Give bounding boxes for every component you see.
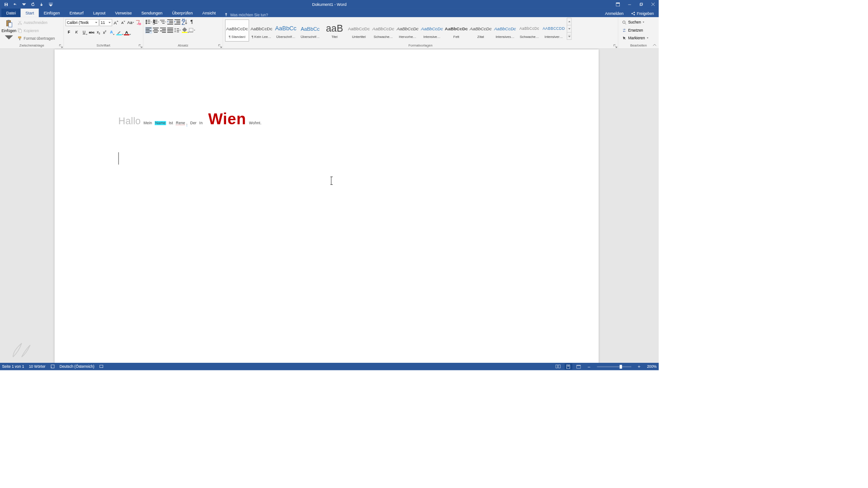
style-0[interactable]: AaBbCcDc¶ Standard xyxy=(225,19,249,42)
change-case-button[interactable]: Aa xyxy=(127,19,134,26)
style-5[interactable]: AaBbCcDcUntertitel xyxy=(347,19,371,42)
style-7[interactable]: AaBbCcDcHervorhe… xyxy=(396,19,420,42)
status-proof-icon[interactable] xyxy=(50,364,55,369)
zoom-slider[interactable] xyxy=(597,366,631,367)
sign-in-link[interactable]: Anmelden xyxy=(602,9,626,17)
style-3[interactable]: AaBbCcÜberschrif… xyxy=(298,19,322,42)
tab-mailings[interactable]: Sendungen xyxy=(137,9,167,17)
justify-button[interactable] xyxy=(167,27,174,33)
style-12[interactable]: AaBbCcDcSchwache… xyxy=(517,19,541,42)
undo-dropdown[interactable] xyxy=(20,0,28,8)
find-button[interactable]: Suchen xyxy=(622,19,648,26)
paragraph-launcher[interactable] xyxy=(218,44,222,48)
multilevel-list-button[interactable] xyxy=(160,19,166,25)
ribbon-display-options[interactable] xyxy=(612,0,624,9)
zoom-out-button[interactable]: − xyxy=(585,363,593,370)
paragraph-group-label: Absatz xyxy=(143,43,222,48)
svg-rect-19 xyxy=(138,23,141,25)
align-left-button[interactable] xyxy=(145,27,152,33)
style-11[interactable]: AaBbCcDcIntensives… xyxy=(493,19,517,42)
maximize-button[interactable] xyxy=(635,0,647,9)
tab-file[interactable]: Datei xyxy=(1,9,21,17)
status-macro-icon[interactable] xyxy=(99,364,104,369)
cut-button[interactable]: Ausschneiden xyxy=(18,19,55,26)
numbering-button[interactable]: 123 xyxy=(152,19,159,25)
clear-formatting-button[interactable] xyxy=(135,19,142,26)
style-10[interactable]: AaBbCcDcZitat xyxy=(469,19,493,42)
qat-customize[interactable] xyxy=(47,0,55,8)
tab-layout[interactable]: Layout xyxy=(88,9,110,17)
paste-button[interactable]: Einfügen xyxy=(2,18,16,42)
tell-me-search[interactable]: Was möchten Sie tun? xyxy=(224,12,268,17)
superscript-button[interactable]: x2 xyxy=(102,29,107,36)
svg-rect-39 xyxy=(175,19,180,20)
strikethrough-button[interactable]: abc xyxy=(88,29,95,36)
line-spacing-button[interactable] xyxy=(174,27,181,33)
zoom-level[interactable]: 200% xyxy=(647,365,656,369)
align-center-button[interactable] xyxy=(152,27,159,33)
styles-scroll-down[interactable] xyxy=(567,25,571,33)
format-painter-button[interactable]: Format übertragen xyxy=(18,34,55,42)
increase-indent-button[interactable] xyxy=(174,19,181,25)
font-size-combo[interactable]: 11 xyxy=(99,19,112,26)
borders-button[interactable] xyxy=(189,27,195,33)
document-text[interactable]: Hallo Mein Name Ist Rene, Der In Wien Wo… xyxy=(118,110,264,128)
font-name-combo[interactable]: Calibri (Textk xyxy=(66,19,99,26)
highlight-button[interactable] xyxy=(116,29,123,36)
tab-insert[interactable]: Einfügen xyxy=(39,9,65,17)
zoom-in-button[interactable]: + xyxy=(635,363,643,370)
font-color-button[interactable]: A xyxy=(123,29,130,36)
shading-button[interactable] xyxy=(181,27,188,33)
underline-button[interactable]: U xyxy=(80,29,87,36)
style-9[interactable]: AaBbCcDcFett xyxy=(444,19,468,42)
collapse-ribbon-button[interactable] xyxy=(652,42,657,47)
styles-gallery[interactable]: AaBbCcDc¶ StandardAaBbCcDc¶ Kein Lee…AaB… xyxy=(225,18,566,42)
print-layout-button[interactable] xyxy=(565,363,572,370)
style-8[interactable]: AaBbCcDcIntensive… xyxy=(420,19,444,42)
clipboard-launcher[interactable] xyxy=(59,44,63,48)
document-area[interactable]: Hallo Mein Name Ist Rene, Der In Wien Wo… xyxy=(0,49,659,363)
share-button[interactable]: Freigeben xyxy=(628,10,657,17)
decrease-indent-button[interactable] xyxy=(167,19,174,25)
styles-expand[interactable] xyxy=(567,33,571,39)
tab-view[interactable]: Ansicht xyxy=(198,9,221,17)
minimize-button[interactable] xyxy=(624,0,636,9)
web-layout-button[interactable] xyxy=(575,363,583,370)
save-button[interactable] xyxy=(2,0,10,8)
grow-font-button[interactable]: A xyxy=(113,19,119,26)
font-launcher[interactable] xyxy=(139,44,142,48)
copy-button[interactable]: Kopieren xyxy=(18,27,55,34)
styles-scroll-up[interactable] xyxy=(567,18,571,25)
close-button[interactable] xyxy=(647,0,659,9)
replace-button[interactable]: Ersetzen xyxy=(622,26,648,34)
zoom-thumb[interactable] xyxy=(619,365,622,368)
undo-button[interactable] xyxy=(11,0,19,8)
styles-launcher[interactable] xyxy=(613,44,617,48)
read-mode-button[interactable] xyxy=(554,363,562,370)
italic-button[interactable]: K xyxy=(73,29,80,36)
status-page[interactable]: Seite 1 von 1 xyxy=(2,365,24,369)
tab-review[interactable]: Überprüfen xyxy=(167,9,198,17)
style-1[interactable]: AaBbCcDc¶ Kein Lee… xyxy=(250,19,274,42)
style-4[interactable]: aaBTitel xyxy=(322,19,346,42)
style-6[interactable]: AaBbCcDcSchwache… xyxy=(371,19,395,42)
style-2[interactable]: AaBbCcÜberschrif… xyxy=(274,19,298,42)
tab-references[interactable]: Verweise xyxy=(110,9,137,17)
tab-home[interactable]: Start xyxy=(21,9,39,17)
bold-button[interactable]: F xyxy=(66,29,72,36)
status-words[interactable]: 10 Wörter xyxy=(29,365,46,369)
show-marks-button[interactable]: ¶ xyxy=(189,19,195,25)
page[interactable]: Hallo Mein Name Ist Rene, Der In Wien Wo… xyxy=(55,49,599,363)
subscript-button[interactable]: x2 xyxy=(96,29,101,36)
select-button[interactable]: Markieren xyxy=(622,34,648,42)
status-language[interactable]: Deutsch (Österreich) xyxy=(60,365,94,369)
redo-button[interactable] xyxy=(29,0,37,8)
shrink-font-button[interactable]: A xyxy=(120,19,127,26)
align-right-button[interactable] xyxy=(160,27,166,33)
text-effects-button[interactable]: A xyxy=(108,29,115,36)
tab-design[interactable]: Entwurf xyxy=(65,9,88,17)
bullets-button[interactable] xyxy=(145,19,152,25)
touch-mode-button[interactable] xyxy=(38,0,46,8)
style-13[interactable]: AABBCCDDIntensiver… xyxy=(542,19,566,42)
sort-button[interactable]: AZ xyxy=(181,19,188,25)
